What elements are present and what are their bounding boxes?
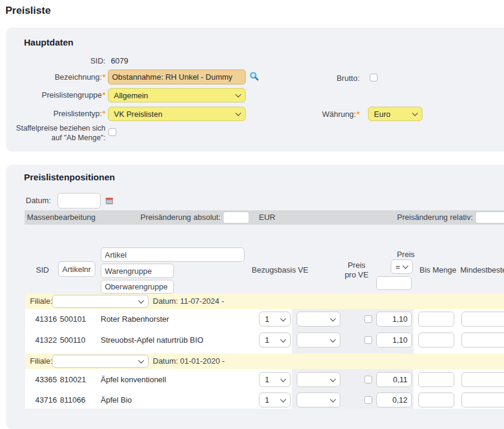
chevron-down-icon — [280, 376, 286, 382]
sid-label: SID: — [6, 56, 105, 66]
chevron-down-icon — [330, 336, 336, 342]
calendar-icon[interactable] — [105, 197, 113, 205]
preis-input[interactable] — [376, 312, 412, 327]
filiale-label: Filiale: — [30, 294, 53, 309]
page-title: Preisliste — [5, 5, 51, 17]
table-row: 43365 810021 Äpfel konventionell 1 — [6, 369, 504, 390]
bezugsbasis-select[interactable]: 1 — [259, 333, 291, 348]
preis-pro-ve-checkbox[interactable] — [364, 315, 372, 323]
header-bis-menge: Bis Menge — [420, 265, 456, 274]
brutto-checkbox[interactable] — [370, 74, 378, 81]
row-sid: 41322 — [30, 330, 57, 351]
header-sid: SID — [36, 265, 49, 274]
brutto-label: Brutto: — [258, 74, 360, 83]
chevron-down-icon — [236, 110, 242, 116]
hauptdaten-heading: Hauptdaten — [24, 37, 74, 47]
preis-pro-ve-checkbox[interactable] — [364, 396, 372, 404]
preis-input[interactable] — [376, 333, 412, 348]
header-bezugsbasis: Bezugsbasis — [252, 265, 296, 274]
row-sid: 41316 — [30, 309, 57, 330]
preislistengruppe-label: Preislistengruppe* — [6, 90, 105, 100]
preis-filter-input[interactable] — [376, 276, 412, 290]
filiale-label: Filiale: — [30, 354, 53, 369]
bezeichnung-input[interactable] — [108, 70, 246, 84]
preislistentyp-select[interactable]: VK Preislisten — [108, 107, 246, 121]
waehrung-label: Währung:* — [258, 110, 360, 119]
datum-label: Datum: — [26, 196, 51, 206]
row-artikelnr: 500101 — [60, 309, 86, 330]
bis-menge-input[interactable] — [418, 333, 454, 348]
warengruppe-filter-input[interactable] — [101, 264, 174, 278]
filiale-select[interactable] — [52, 295, 149, 308]
positionen-heading: Preislistenpositionen — [24, 172, 115, 182]
chevron-down-icon — [280, 336, 286, 342]
preis-pro-ve-checkbox[interactable] — [364, 376, 372, 383]
massenbearbeitung-label: Massenbearbeitung — [27, 210, 95, 225]
table-row: 41316 500101 Roter Rabenhorster 1 — [6, 309, 504, 330]
bezeichnung-label: Bezeichnung:* — [6, 72, 105, 82]
sid-value: 6079 — [111, 56, 128, 65]
table-row: 43716 811066 Äpfel Bio 1 — [6, 389, 504, 410]
preislistenpositionen-panel: Preislistenpositionen Datum: Massenbearb… — [6, 165, 504, 429]
required-marker: * — [102, 109, 105, 118]
preisaenderung-absolut-label: Preisänderung absolut: — [96, 210, 221, 225]
datum-input[interactable] — [58, 193, 101, 209]
header-preis: Preis — [385, 250, 427, 259]
preislistengruppe-select[interactable]: Allgemein — [108, 88, 246, 102]
page: Preisliste Hauptdaten SID: 6079 Bezeichn… — [0, 0, 504, 429]
row-artikelnr: 811066 — [60, 389, 85, 410]
filiale-select[interactable] — [52, 355, 149, 368]
header-preis-pro-ve: Preis pro VE — [342, 261, 371, 279]
mindestbestellmenge-input[interactable] — [461, 392, 504, 407]
chevron-down-icon — [280, 396, 286, 402]
hauptdaten-panel: Hauptdaten SID: 6079 Bezeichnung:* Brutt… — [6, 28, 504, 152]
chevron-down-icon — [236, 92, 242, 98]
chevron-down-icon — [330, 396, 336, 402]
artikel-filter-input[interactable] — [101, 247, 245, 262]
massenbearbeitung-bar: Massenbearbeitung Preisänderung absolut:… — [25, 210, 504, 225]
table-row: 41322 500110 Streuobst-Apfel naturtrüb B… — [6, 330, 504, 351]
group-datum-text: Datum: 11-07-2024 - — [153, 294, 224, 309]
header-ve: VE — [298, 265, 308, 274]
filiale-group-row: Filiale: Datum: 11-07-2024 - — [25, 294, 504, 309]
bis-menge-input[interactable] — [418, 312, 454, 327]
ve-select[interactable] — [297, 372, 340, 387]
bezugsbasis-select[interactable]: 1 — [259, 372, 291, 387]
bezugsbasis-select[interactable]: 1 — [259, 392, 291, 407]
bis-menge-input[interactable] — [418, 392, 454, 407]
row-artikel: Streuobst-Apfel naturtrüb BIO — [101, 330, 203, 351]
preisaenderung-relativ-input[interactable] — [475, 212, 504, 223]
preisaenderung-relativ-label: Preisänderung relativ: — [348, 210, 473, 225]
ve-select[interactable] — [297, 312, 340, 327]
bis-menge-input[interactable] — [418, 372, 454, 387]
waehrung-select[interactable]: Euro — [368, 107, 422, 121]
preis-operator-select[interactable]: = — [391, 259, 413, 274]
bezugsbasis-select[interactable]: 1 — [259, 312, 291, 327]
row-artikel: Äpfel Bio — [101, 389, 132, 410]
row-artikelnr: 810021 — [60, 369, 86, 390]
staffelpreise-label: Staffelpreise beziehen sich auf "Ab Meng… — [6, 124, 105, 143]
row-artikel: Roter Rabenhorster — [101, 309, 169, 330]
mindestbestellmenge-input[interactable] — [461, 333, 504, 348]
preisaenderung-absolut-input[interactable] — [223, 212, 249, 223]
eur-label: EUR — [259, 210, 275, 225]
artikelnr-filter-input[interactable] — [58, 261, 95, 277]
chevron-down-icon — [412, 110, 418, 116]
chevron-down-icon — [280, 315, 286, 321]
row-artikelnr: 500110 — [60, 330, 85, 351]
mindestbestellmenge-input[interactable] — [461, 312, 504, 327]
mindestbestellmenge-input[interactable] — [461, 372, 504, 387]
ve-select[interactable] — [297, 333, 340, 348]
ve-select[interactable] — [297, 392, 340, 407]
row-sid: 43716 — [30, 389, 57, 410]
chevron-down-icon — [403, 263, 409, 269]
preis-input[interactable] — [376, 372, 412, 387]
required-marker: * — [102, 72, 105, 81]
preis-pro-ve-checkbox[interactable] — [364, 336, 372, 344]
oberwarengruppe-filter-input[interactable] — [101, 280, 174, 294]
staffelpreise-checkbox[interactable] — [108, 128, 116, 136]
row-sid: 43365 — [30, 369, 57, 390]
preis-input[interactable] — [376, 392, 412, 407]
chevron-down-icon — [138, 358, 144, 364]
chevron-down-icon — [138, 298, 144, 304]
